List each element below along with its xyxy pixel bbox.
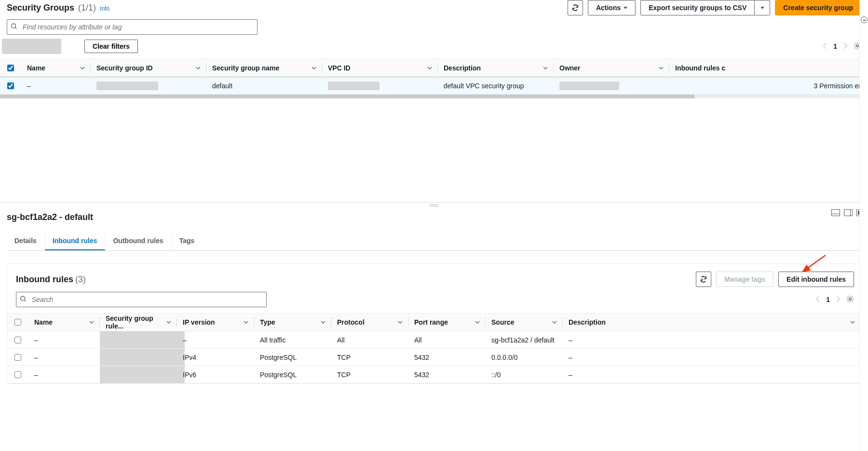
chevron-right-icon bbox=[843, 42, 848, 49]
rules-table-row[interactable]: –IPv6PostgreSQLTCP5432::/0– bbox=[7, 366, 861, 383]
detail-tabs: Details Inbound rules Outbound rules Tag… bbox=[7, 232, 861, 251]
rcol-source[interactable]: Source bbox=[486, 314, 563, 331]
sg-search-input[interactable] bbox=[7, 19, 258, 35]
col-sg-id[interactable]: Security group ID bbox=[91, 59, 206, 77]
rule-source: 0.0.0.0/0 bbox=[486, 349, 563, 366]
sg-filter-row: Clear filters 1 bbox=[0, 39, 868, 59]
rule-protocol: TCP bbox=[331, 366, 408, 383]
rules-prev-page[interactable] bbox=[815, 296, 820, 304]
rcol-type[interactable]: Type bbox=[254, 314, 331, 331]
sort-icon bbox=[427, 64, 432, 72]
col-inbound-count[interactable]: Inbound rules c bbox=[669, 59, 868, 77]
sort-icon bbox=[321, 318, 326, 326]
sg-table-header: Name Security group ID Security group na… bbox=[0, 59, 868, 77]
select-all-checkbox[interactable] bbox=[7, 65, 14, 71]
col-description[interactable]: Description bbox=[438, 59, 554, 77]
create-security-group-button[interactable]: Create security group bbox=[775, 0, 861, 15]
sort-icon bbox=[196, 64, 201, 72]
scroll-thumb[interactable] bbox=[0, 95, 694, 98]
rule-type: PostgreSQL bbox=[254, 349, 331, 366]
sort-icon bbox=[80, 64, 85, 72]
svg-point-4 bbox=[849, 298, 851, 300]
rules-search-row: 1 bbox=[7, 292, 861, 313]
rcol-port-range[interactable]: Port range bbox=[408, 314, 486, 331]
rcol-rule-id[interactable]: Security group rule... bbox=[100, 314, 177, 331]
prev-page[interactable] bbox=[823, 42, 827, 51]
right-help-panel-collapsed[interactable] bbox=[859, 0, 868, 451]
chevron-right-icon bbox=[836, 296, 841, 302]
manage-tags-button[interactable]: Manage tags bbox=[716, 272, 773, 287]
sort-icon bbox=[659, 64, 664, 72]
refresh-button[interactable] bbox=[568, 0, 583, 15]
horizontal-scrollbar[interactable] bbox=[0, 95, 868, 98]
rule-id bbox=[100, 349, 177, 366]
layout-side-icon[interactable] bbox=[844, 209, 853, 216]
detail-pane: sg-bcf1a2a2 - default Details Inbound ru… bbox=[0, 208, 868, 451]
col-name[interactable]: Name bbox=[21, 59, 91, 77]
export-button[interactable]: Export security groups to CSV bbox=[640, 0, 755, 15]
layout-bottom-icon[interactable] bbox=[831, 209, 840, 216]
actions-dropdown[interactable]: Actions bbox=[588, 0, 636, 15]
rule-row-checkbox[interactable] bbox=[14, 354, 21, 361]
chevron-left-icon bbox=[815, 296, 820, 302]
grip-icon bbox=[429, 205, 439, 206]
rule-type: All traffic bbox=[254, 331, 331, 348]
rule-source: sg-bcf1a2a2 / default bbox=[486, 331, 563, 348]
rule-ip-version: – bbox=[177, 331, 254, 348]
export-dropdown[interactable] bbox=[755, 0, 770, 15]
info-link[interactable]: Info bbox=[100, 5, 109, 12]
applied-filter-chip[interactable] bbox=[2, 39, 61, 54]
tab-inbound-rules[interactable]: Inbound rules bbox=[45, 232, 106, 250]
rules-search-input[interactable] bbox=[16, 292, 267, 307]
rule-type: PostgreSQL bbox=[254, 366, 331, 383]
rules-count: (3) bbox=[75, 274, 86, 284]
pane-resize-handle[interactable] bbox=[0, 203, 868, 208]
rcol-ip-version[interactable]: IP version bbox=[177, 314, 254, 331]
edit-inbound-rules-button[interactable]: Edit inbound rules bbox=[778, 272, 854, 287]
tab-tags[interactable]: Tags bbox=[172, 232, 203, 250]
tab-outbound-rules[interactable]: Outbound rules bbox=[105, 232, 171, 250]
sort-icon bbox=[244, 318, 248, 326]
rule-id bbox=[100, 331, 177, 348]
row-vpc-id bbox=[322, 77, 438, 94]
svg-point-0 bbox=[12, 24, 16, 28]
rules-title-group: Inbound rules (3) bbox=[16, 274, 86, 285]
detail-title: sg-bcf1a2a2 - default bbox=[7, 212, 93, 222]
svg-line-2 bbox=[803, 255, 826, 272]
sort-icon bbox=[398, 318, 403, 326]
sort-icon bbox=[89, 318, 94, 326]
rules-table-settings[interactable] bbox=[846, 295, 854, 304]
rcol-name[interactable]: Name bbox=[28, 314, 100, 331]
export-group: Export security groups to CSV bbox=[640, 0, 770, 15]
rules-refresh-button[interactable] bbox=[696, 272, 711, 287]
rules-table-row[interactable]: ––All trafficAllAllsg-bcf1a2a2 / default… bbox=[7, 331, 861, 349]
sg-header-actions: Actions Export security groups to CSV Cr… bbox=[568, 0, 861, 15]
tab-details[interactable]: Details bbox=[7, 232, 45, 250]
rule-port-range: 5432 bbox=[408, 349, 486, 366]
sg-filter-left: Clear filters bbox=[2, 39, 138, 54]
rules-select-all[interactable] bbox=[14, 319, 21, 326]
sg-table-row[interactable]: – default default VPC security group 3 P… bbox=[0, 77, 868, 95]
next-page[interactable] bbox=[843, 42, 848, 51]
search-icon bbox=[20, 296, 27, 304]
col-owner[interactable]: Owner bbox=[554, 59, 669, 77]
page-count: (1/1) bbox=[78, 3, 96, 13]
rule-row-checkbox[interactable] bbox=[14, 371, 21, 378]
rules-next-page[interactable] bbox=[836, 296, 841, 304]
rule-row-checkbox[interactable] bbox=[14, 337, 21, 343]
rule-description: – bbox=[563, 331, 861, 348]
caret-down-icon bbox=[624, 7, 627, 9]
row-checkbox[interactable] bbox=[7, 82, 14, 89]
clear-filters-button[interactable]: Clear filters bbox=[84, 40, 138, 53]
sg-header: Security Groups (1/1) Info Actions Expor… bbox=[0, 0, 868, 18]
rcol-description[interactable]: Description bbox=[563, 314, 861, 331]
rules-table-row[interactable]: –IPv4PostgreSQLTCP54320.0.0.0/0– bbox=[7, 349, 861, 366]
col-sg-name[interactable]: Security group name bbox=[206, 59, 322, 77]
row-name: – bbox=[21, 77, 91, 94]
col-vpc-id[interactable]: VPC ID bbox=[322, 59, 438, 77]
rcol-protocol[interactable]: Protocol bbox=[331, 314, 408, 331]
help-icon bbox=[861, 16, 868, 23]
sg-title-group: Security Groups (1/1) Info bbox=[7, 3, 109, 13]
redacted-value bbox=[100, 366, 185, 383]
actions-label: Actions bbox=[596, 4, 621, 12]
